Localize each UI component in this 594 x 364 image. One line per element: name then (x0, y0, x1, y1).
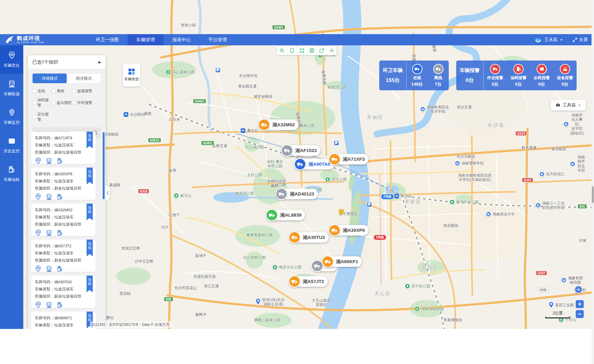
fullscreen-button[interactable]: 全屏 (572, 37, 588, 43)
zoom-in-button[interactable]: + (575, 300, 584, 308)
map-label-莲花镇: 莲花镇 (119, 291, 131, 296)
page-scrollbar-thumb[interactable] (592, 186, 594, 203)
map-tool-measure-icon[interactable] (277, 46, 287, 55)
tab-detail-mode[interactable]: 详情模式 (33, 74, 67, 83)
map-label-湖南省植物园: 湖南省植物园 (414, 306, 443, 312)
road-badge-S50: S50 (164, 297, 173, 301)
map-label-text: 湖南警察学院 (461, 161, 484, 165)
filter-超速报警[interactable]: 超速报警 (72, 88, 106, 94)
sidebar-item-车辆监控[interactable]: 车辆监控 (0, 102, 23, 131)
org-expand-icon[interactable]: ▶ (99, 60, 101, 64)
map-label-text: 湖南农业大学 (493, 212, 515, 216)
alarm-水耗报警: 水耗报警0台 (530, 61, 553, 90)
nav-item-2[interactable]: 车辆管理 (128, 34, 164, 45)
map-label-雨花区: 雨花区 (422, 264, 439, 270)
vehicle-card[interactable]: 车牌号码：湘A80KF1车辆类型：垃圾压缩车所属组织：厨余垃圾项目部在线 (31, 312, 96, 329)
map-tool-gear-icon[interactable] (326, 46, 337, 55)
list-scrollbar[interactable] (103, 132, 105, 199)
road-badge-G0421: G0421 (193, 99, 206, 103)
vehicle-marker-湘AD40123[interactable]: 湘AD40123 (276, 189, 318, 199)
track-icon[interactable] (46, 157, 52, 165)
fuel-icon[interactable] (56, 193, 63, 201)
checkbox-icon[interactable] (32, 115, 36, 119)
checkbox-icon[interactable] (72, 101, 76, 105)
vehicle-marker-湘A30TU3[interactable]: 湘A30TU3 (289, 232, 329, 243)
filter-在线[interactable]: 在线 (32, 88, 52, 94)
map-label-大王山旅游度假区: 大王山旅游 度假区 (312, 298, 331, 307)
vehicle-marker-湘A80KF1[interactable]: 湘A80KF1 (322, 256, 362, 267)
geolocate-button[interactable] (574, 285, 583, 294)
vehicle-marker-湘A71XF3[interactable]: 湘A71XF3 (329, 154, 368, 164)
checkbox-icon[interactable] (32, 89, 36, 93)
map-tool-share-icon[interactable] (317, 46, 327, 55)
car-pin-icon[interactable] (35, 301, 42, 309)
checkbox-icon[interactable] (52, 101, 56, 105)
page-scrollbar[interactable] (592, 0, 594, 364)
track-icon[interactable] (46, 301, 52, 309)
sidebar-item-label: 车辆定位 (4, 63, 20, 68)
place-marker-icon (455, 160, 460, 166)
sidebar-item-车辆轨迹[interactable]: 车辆轨迹 (0, 74, 23, 102)
map-tool-expand-icon[interactable] (297, 46, 307, 55)
car-pin-icon[interactable] (35, 193, 42, 201)
vehicle-marker-湘AF1523[interactable]: 湘AF1523 (282, 145, 320, 156)
map-label-text: 开福区 (367, 115, 384, 120)
user-name[interactable]: 王水晶 (544, 37, 557, 43)
vehicle-card[interactable]: 车牌号码：湘A57JT2车辆类型：垃圾压缩车所属组织：厨余垃圾项目部在线 (31, 240, 96, 272)
camera-icon (8, 108, 16, 117)
car-pin-icon[interactable] (35, 157, 42, 165)
filter-label: 油耗报警 (37, 97, 52, 108)
vehicle-card[interactable]: 车牌号码：湘A32M02车辆类型：垃圾压缩车所属组织：厨余垃圾项目部在线 (31, 204, 96, 236)
checkbox-icon[interactable] (72, 89, 76, 93)
truck-icon (328, 153, 341, 165)
map-tool-save-icon[interactable] (307, 46, 317, 55)
track-icon[interactable] (46, 265, 52, 273)
map-tool-device-view-icon[interactable] (287, 46, 297, 55)
filter-停车报警[interactable]: 停车报警 (72, 97, 106, 108)
filter-油耗报警[interactable]: 油耗报警 (32, 97, 52, 108)
sidebar-item-车辆定位[interactable]: 车辆定位 (0, 45, 23, 74)
track-icon[interactable] (46, 229, 52, 237)
vehicle-type-icon (128, 69, 135, 75)
nav-item-4[interactable]: 平台管理 (200, 34, 236, 45)
track-icon[interactable] (46, 193, 52, 201)
vehicle-marker-湘A32M02[interactable]: 湘A32M02 (259, 119, 299, 130)
vehicle-marker-湘A57JT2[interactable]: 湘A57JT2 (289, 276, 328, 287)
car-pin-icon[interactable] (35, 265, 42, 273)
filter-离线[interactable]: 离线 (52, 88, 72, 94)
user-chevron-down-icon[interactable]: ▼ (560, 38, 563, 42)
map-label-湖南机电职业技术学院: 湖南机电职业 技术学院 (420, 105, 449, 114)
sidebar-item-历史监控[interactable]: 历史监控 (0, 131, 23, 160)
nav-item-1[interactable]: 环卫一张图 (87, 34, 128, 45)
tab-simple-mode[interactable]: 简洁模式 (67, 74, 101, 83)
filter-定位报警[interactable]: 定位报警 (32, 112, 52, 122)
fuel-icon[interactable] (56, 229, 63, 237)
fullscreen-label: 全屏 (579, 37, 588, 43)
vehicle-type-button[interactable]: 车辆类型 (123, 64, 140, 87)
fuel-icon[interactable] (56, 265, 63, 273)
map-label-text: 付家 (579, 238, 587, 243)
checkbox-icon[interactable] (52, 89, 56, 93)
fuel-icon[interactable] (56, 301, 63, 309)
car-pin-icon[interactable] (35, 229, 42, 237)
vehicle-card[interactable]: 车牌号码：湘A71XF3车辆类型：垃圾压缩车所属组织：厨余垃圾项目部在线 (31, 132, 96, 164)
stat-value: 0台 (562, 82, 569, 87)
panel-collapse-button[interactable]: ❮ (106, 186, 110, 200)
filter-超出围栏[interactable]: 超出围栏 (52, 97, 72, 108)
checkbox-icon[interactable] (32, 101, 36, 105)
sidebar-item-车辆油耗[interactable]: 车辆油耗 (0, 160, 23, 188)
vehicle-marker-湘AL8839[interactable]: 湘AL8839 (267, 210, 305, 220)
vehicle-marker-湘A30XP6[interactable]: 湘A30XP6 (329, 225, 369, 236)
vehicle-card-actions (35, 157, 96, 165)
avatar[interactable] (534, 36, 542, 43)
map-label-text: 长沙医学院 (239, 74, 258, 78)
vehicle-card[interactable]: 车牌号码：湘A90TA0车辆类型：垃圾压缩车所属组织：厨余垃圾项目部在线 (31, 276, 96, 308)
toolbox-button[interactable]: 工具箱 ▼ (551, 100, 586, 110)
map-label-长沙郊野公园: 长沙郊野公园 (243, 255, 266, 260)
vehicle-card[interactable]: 车牌号码：湘A30XP6车辆类型：垃圾压缩车所属组织：厨余垃圾项目部在线 (31, 168, 96, 200)
map-label-text: 黄金园互通 (238, 84, 257, 88)
zoom-out-button[interactable]: − (575, 310, 584, 318)
nav-item-3[interactable]: 报表中心 (164, 34, 200, 45)
fuel-icon[interactable] (56, 157, 63, 165)
vehicle-marker-湘A90TA0[interactable]: 湘A90TA0 (295, 159, 334, 169)
